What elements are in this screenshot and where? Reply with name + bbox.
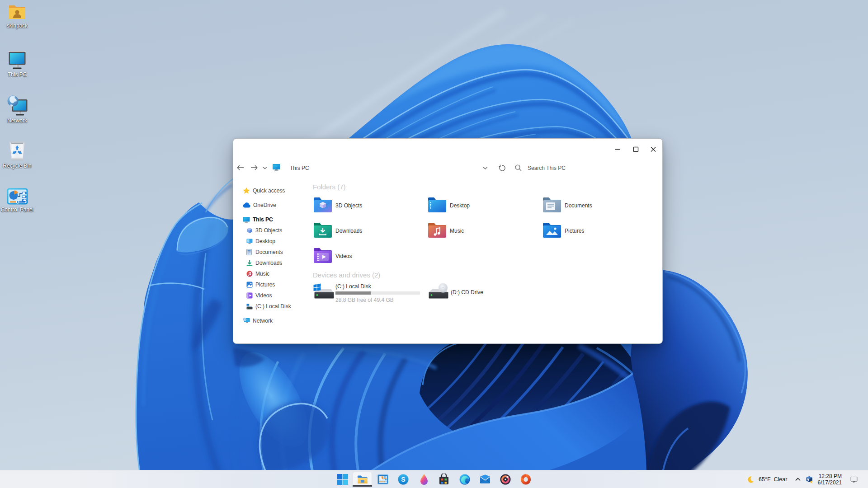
svg-text:S: S (401, 476, 405, 483)
